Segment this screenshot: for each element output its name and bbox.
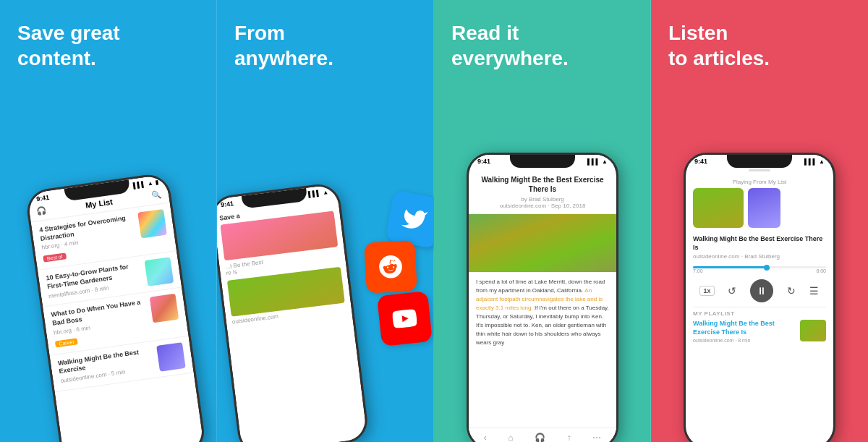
list-item-2-text: 10 Easy-to-Grow Plants for First-Time Ga… [46, 262, 142, 299]
signal-icon-3: ▌▌▌ [587, 158, 600, 165]
phone-3-wrapper: 9:41 ▌▌▌ ▲ Walking Might Be the Best Exe… [434, 153, 651, 442]
panel-1-title-line2: content. [17, 47, 96, 69]
wifi-icon-3: ▲ [602, 158, 608, 165]
phone-4-screen: 9:41 ▌▌▌ ▲ Playing From My List [686, 155, 833, 442]
article-source: outsideonline.com · Sep 10, 2018 [500, 203, 586, 209]
list-title: My List [85, 197, 113, 209]
panel-save: Save great content. 9:41 ▌▌▌ ▲ ▮ 🎧 My Li… [0, 0, 217, 442]
progress-fill [693, 266, 766, 268]
playlist-item-1: Walking Might Be the Best Exercise There… [693, 320, 826, 342]
headphones-nav-icon[interactable]: 🎧 [535, 433, 545, 442]
pause-icon: ⏸ [757, 285, 767, 297]
phone-4-time: 9:41 [694, 158, 707, 165]
back-nav-icon[interactable]: ‹ [484, 433, 487, 442]
reddit-icon [364, 240, 417, 294]
panel-4-title: Listen to articles. [668, 20, 770, 71]
list-item-1-text: 4 Strategies for Overcoming Distraction … [39, 213, 137, 264]
phone-4-notch [727, 155, 792, 168]
status-icons-3: ▌▌▌ ▲ [587, 158, 608, 165]
panel-2-title-line1: From [234, 22, 285, 44]
phone-1-wrapper: 9:41 ▌▌▌ ▲ ▮ 🎧 My List 🔍 4 Strategies fo… [0, 167, 217, 442]
album-art-main [693, 188, 744, 228]
phone-4: 9:41 ▌▌▌ ▲ Playing From My List [684, 153, 835, 442]
playing-from-label: Playing From My List [733, 179, 787, 185]
progress-thumb [764, 265, 770, 271]
player-title: Walking Might Be the Best Exercise There… [686, 232, 833, 253]
status-icons-2: ▌▌▌ ▲ [308, 189, 329, 197]
phone-2-screen: 9:41 ▌▌▌ ▲ Save a ...t Be the Bestre Is … [217, 184, 367, 442]
progress-area: 7:00 8:00 [686, 260, 833, 275]
panel-1-title-line1: Save great [17, 22, 120, 44]
panel-read: Read it everywhere. 9:41 ▌▌▌ ▲ Walking M… [434, 0, 651, 442]
phone-2: 9:41 ▌▌▌ ▲ Save a ...t Be the Bestre Is … [217, 182, 370, 442]
panel-listen: Listen to articles. 9:41 ▌▌▌ ▲ Playing F [651, 0, 868, 442]
phone-1-time: 9:41 [36, 194, 50, 203]
player-header: Playing From My List [686, 173, 833, 188]
headphones-icon: 🎧 [36, 205, 48, 216]
phone-4-wrapper: 9:41 ▌▌▌ ▲ Playing From My List [651, 153, 868, 442]
signal-icon-2: ▌▌▌ [308, 190, 321, 197]
panel-3-title: Read it everywhere. [451, 20, 569, 71]
phone-2-container: 9:41 ▌▌▌ ▲ Save a ...t Be the Bestre Is … [224, 189, 354, 442]
phone-3-notch [510, 155, 575, 168]
archive-button[interactable]: ☰ [809, 285, 819, 297]
playlist-thumb [800, 320, 826, 341]
forward-button[interactable]: ↻ [787, 285, 796, 297]
phone-3-time: 9:41 [477, 158, 490, 165]
article-body: I spend a lot of time at Lake Merritt, d… [469, 272, 616, 353]
panel-4-title-line1: Listen [668, 22, 728, 44]
playlist-item-1-title: Walking Might Be the Best Exercise There… [693, 320, 796, 336]
article-header: Walking Might Be the Best Exercise There… [469, 166, 616, 214]
panel-from: From anywhere. 9:41 ▌▌▌ ▲ Save a ...t Be… [217, 0, 434, 442]
home-nav-icon[interactable]: ⌂ [508, 433, 513, 442]
player-album-art [686, 188, 833, 232]
phone-2-content: Save a ...t Be the Bestre Is outsideonli… [217, 196, 352, 331]
phone-3-screen: 9:41 ▌▌▌ ▲ Walking Might Be the Best Exe… [469, 155, 616, 442]
wifi-icon-2: ▲ [323, 189, 329, 196]
panel-3-title-line1: Read it [451, 22, 519, 44]
menu-nav-icon[interactable]: ⋯ [592, 433, 601, 442]
wifi-icon-4: ▲ [819, 158, 825, 165]
panel-1-title: Save great content. [17, 20, 120, 71]
wifi-icon: ▲ [147, 179, 153, 187]
article-byline-block: by Brad Stulberg outsideonline.com · Sep… [477, 196, 608, 209]
search-icon[interactable]: 🔍 [150, 190, 162, 200]
playlist-label: MY PLAYLIST [693, 310, 826, 317]
list-item-4-img [156, 342, 186, 372]
article-image [469, 214, 616, 272]
album-art-secondary [748, 188, 780, 228]
article-byline-text: by Brad Stulberg [521, 196, 564, 203]
player-controls: 1x ↺ ⏸ ↻ ☰ [686, 275, 833, 307]
list-item-1-badge: Best of [43, 253, 67, 263]
play-pause-button[interactable]: ⏸ [750, 279, 773, 302]
list-item-1-img [137, 209, 167, 239]
handle-bar [749, 169, 770, 171]
share-nav-icon[interactable]: ↑ [567, 433, 571, 442]
speed-button[interactable]: 1x [699, 286, 714, 296]
phone-2-time: 9:41 [220, 200, 234, 208]
panel-4-title-line2: to articles. [668, 47, 770, 69]
list-item-3-badge: Career [55, 338, 78, 347]
social-icons-cluster [376, 184, 427, 348]
phone-1-screen: 9:41 ▌▌▌ ▲ ▮ 🎧 My List 🔍 4 Strategies fo… [27, 174, 205, 442]
panel-2-title: From anywhere. [234, 20, 333, 71]
article-nav-bar: ‹ ⌂ 🎧 ↑ ⋯ [469, 428, 616, 442]
playlist-section: MY PLAYLIST Walking Might Be the Best Ex… [686, 307, 833, 345]
playlist-item-1-text: Walking Might Be the Best Exercise There… [693, 320, 796, 342]
twitter-icon [385, 190, 434, 249]
panel-2-title-line2: anywhere. [234, 47, 333, 69]
article-title: Walking Might Be the Best Exercise There… [477, 175, 608, 194]
phone-3: 9:41 ▌▌▌ ▲ Walking Might Be the Best Exe… [467, 153, 618, 442]
progress-bar[interactable] [693, 266, 826, 268]
signal-icon: ▌▌▌ [132, 181, 145, 189]
list-item-4-text: Walking Might Be the Best Exercise outsi… [57, 347, 154, 384]
time-start: 7:00 [693, 268, 703, 273]
playlist-item-1-meta: outsideonline.com · 8 min [693, 338, 796, 343]
list-item-3-img [150, 294, 179, 323]
panel-3-title-line2: everywhere. [451, 47, 569, 69]
time-end: 8:00 [816, 268, 826, 273]
phone-1: 9:41 ▌▌▌ ▲ ▮ 🎧 My List 🔍 4 Strategies fo… [25, 172, 207, 442]
list-item-3-text: What to Do When You Have a Bad Boss hbr.… [51, 298, 149, 349]
rewind-button[interactable]: ↺ [728, 285, 736, 297]
progress-times: 7:00 8:00 [693, 268, 826, 273]
